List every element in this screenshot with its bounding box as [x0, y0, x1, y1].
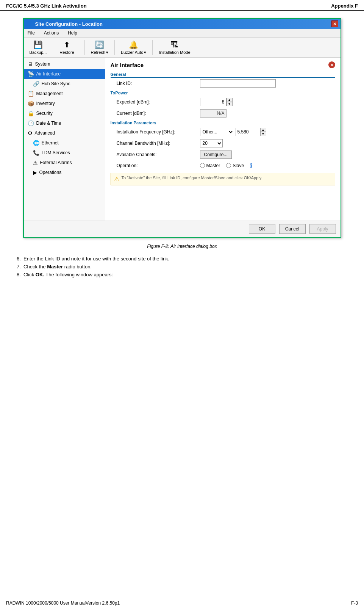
external-alarms-label: External Alarms	[40, 160, 72, 165]
toolbar-sep-1	[84, 40, 85, 55]
toolbar-sep-2	[114, 40, 115, 55]
buzzer-arrow: ▾	[144, 50, 146, 55]
dialog-title-icon	[26, 21, 31, 27]
refresh-label-row: Refresh ▾	[91, 50, 109, 55]
toolbar-buzzer[interactable]: 🔔 Buzzer Auto ▾	[121, 40, 146, 55]
toolbar-restore[interactable]: ⬆ Restore	[56, 40, 78, 55]
current-dbm-input	[200, 109, 227, 118]
menu-help[interactable]: Help	[66, 30, 79, 36]
footer-right: F-3	[351, 600, 358, 606]
dialog-footer: OK Cancel Apply	[24, 221, 341, 237]
ok-button[interactable]: OK	[249, 224, 275, 234]
inventory-label: Inventory	[36, 101, 55, 106]
expected-dbm-up[interactable]: ▲	[227, 98, 233, 102]
sidebar-item-air-interface[interactable]: 📡 Air Interface	[24, 69, 105, 79]
dialog-body: 🖥 System 📡 Air Interface 🔗 Hub Site Sync…	[24, 58, 341, 221]
header-left: FCC/IC 5.4/5.3 GHz Link Activation	[6, 3, 87, 9]
expected-dbm-row: Expected [dBm]: ▲ ▼	[111, 98, 335, 106]
configure-button[interactable]: Configure...	[200, 150, 232, 159]
refresh-arrow: ▾	[106, 50, 108, 55]
panel-title: Air Interface	[111, 62, 144, 68]
freq-spinner-btns: ▲ ▼	[260, 128, 266, 136]
sidebar-item-inventory[interactable]: 📦 Inventory	[24, 99, 105, 108]
main-content: Site Configuration - Location ✕ File Act…	[0, 14, 364, 304]
bw-row: Channel Bandwidth [MHz]: 20 10 5	[111, 139, 335, 147]
slave-radio[interactable]	[226, 163, 231, 168]
link-id-input[interactable]	[200, 79, 276, 88]
sidebar-item-security[interactable]: 🔒 Security	[24, 108, 105, 118]
air-interface-label: Air Interface	[36, 71, 61, 77]
ethernet-icon: 🌐	[33, 140, 39, 146]
toolbar-refresh[interactable]: 🔄 Refresh ▾	[91, 40, 109, 55]
freq-input[interactable]	[236, 128, 260, 136]
freq-up[interactable]: ▲	[260, 128, 266, 132]
expected-dbm-spinner-btns: ▲ ▼	[227, 98, 233, 106]
operation-info-icon[interactable]: ℹ	[250, 162, 252, 169]
menu-actions[interactable]: Actions	[42, 30, 60, 36]
restore-label: Restore	[59, 50, 74, 55]
bw-select[interactable]: 20 10 5	[200, 139, 223, 147]
link-id-row: Link ID:	[111, 79, 335, 88]
operation-label: Operation:	[117, 163, 200, 168]
advanced-label: Advanced	[35, 130, 55, 136]
step-6: 6. Enter the Link ID and note it for use…	[17, 255, 352, 263]
date-time-label: Date & Time	[36, 121, 61, 126]
step-7: 7. Check the Master radio button.	[17, 263, 352, 271]
toolbar-installation-mode[interactable]: 🏗 Installation Mode	[159, 41, 190, 55]
sidebar-item-tdm-services[interactable]: 📞 TDM Services	[24, 148, 105, 158]
ethernet-label: Ethernet	[42, 140, 59, 146]
cancel-button[interactable]: Cancel	[279, 224, 306, 234]
master-radio[interactable]	[200, 163, 205, 168]
expected-dbm-down[interactable]: ▼	[227, 102, 233, 106]
header-right: Appendix F	[331, 3, 358, 9]
channels-label: Available Channels:	[117, 152, 200, 157]
refresh-icon: 🔄	[95, 40, 104, 49]
footer-left: RADWIN 1000/2000/5000 User ManualVersion…	[6, 600, 120, 606]
channels-row: Available Channels: Configure...	[111, 150, 335, 159]
apply-button[interactable]: Apply	[309, 224, 336, 234]
titlebar-left: Site Configuration - Location	[26, 21, 103, 27]
operation-row: Operation: Master Slave ℹ	[111, 162, 335, 169]
bw-label: Channel Bandwidth [MHz]:	[117, 141, 200, 146]
freq-label: Installation Frequency [GHz]:	[117, 129, 200, 135]
warning-row: ⚠ To "Activate" the Site, fill Link ID, …	[111, 173, 335, 185]
expected-dbm-input[interactable]	[200, 98, 227, 106]
dialog-close-button[interactable]: ✕	[331, 20, 338, 27]
dialog-titlebar: Site Configuration - Location ✕	[24, 19, 341, 29]
freq-select[interactable]: Other... 5.470 5.490 5.580	[200, 128, 234, 136]
sidebar-item-system[interactable]: 🖥 System	[24, 59, 105, 69]
freq-spinner: ▲ ▼	[236, 128, 266, 136]
dialog-title: Site Configuration - Location	[35, 21, 103, 27]
buzzer-icon: 🔔	[129, 40, 138, 49]
body-text: 6. Enter the Link ID and note it for use…	[12, 255, 352, 279]
panel-close-button[interactable]: ✕	[328, 61, 335, 68]
backup-label: Backup...	[30, 50, 47, 55]
current-dbm-label: Current [dBm]:	[117, 111, 200, 116]
master-text: Master	[206, 163, 220, 168]
hub-site-sync-label: Hub Site Sync	[42, 81, 70, 86]
management-label: Management	[36, 91, 63, 96]
toolbar-sep-3	[152, 40, 153, 55]
sidebar-item-management[interactable]: 📋 Management	[24, 89, 105, 99]
slave-text: Slave	[233, 163, 244, 168]
sidebar-item-date-time[interactable]: 🕐 Date & Time	[24, 118, 105, 128]
sidebar-item-operations[interactable]: ▶ Operations	[24, 168, 105, 177]
sidebar-item-ethernet[interactable]: 🌐 Ethernet	[24, 138, 105, 148]
panel-title-row: Air Interface ✕	[111, 61, 335, 68]
sidebar: 🖥 System 📡 Air Interface 🔗 Hub Site Sync…	[24, 58, 105, 221]
operations-label: Operations	[39, 170, 62, 175]
system-icon: 🖥	[28, 61, 33, 67]
refresh-label: Refresh	[91, 50, 106, 55]
toolbar-backup[interactable]: 💾 Backup...	[27, 40, 50, 55]
external-alarms-icon: ⚠	[33, 160, 38, 166]
expected-dbm-label: Expected [dBm]:	[117, 99, 200, 105]
dialog-box: Site Configuration - Location ✕ File Act…	[23, 18, 341, 238]
sidebar-item-advanced[interactable]: ⚙ Advanced	[24, 128, 105, 138]
menu-file[interactable]: File	[26, 30, 36, 36]
freq-row: Installation Frequency [GHz]: Other... 5…	[111, 128, 335, 136]
sidebar-item-hub-site-sync[interactable]: 🔗 Hub Site Sync	[24, 79, 105, 89]
section-txpower: TxPower	[111, 91, 335, 96]
freq-down[interactable]: ▼	[260, 132, 266, 136]
advanced-icon: ⚙	[28, 130, 33, 136]
sidebar-item-external-alarms[interactable]: ⚠ External Alarms	[24, 158, 105, 168]
